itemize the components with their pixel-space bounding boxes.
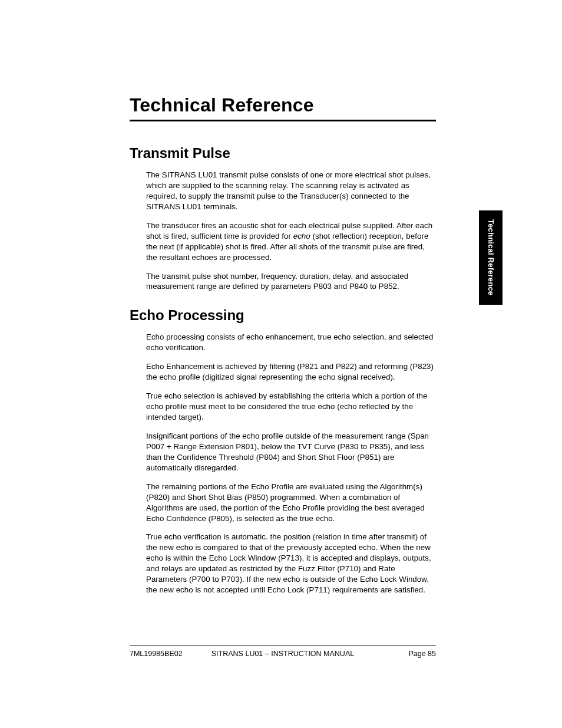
title-rule [130, 120, 436, 121]
paragraph: The transducer fires an acoustic shot fo… [146, 220, 436, 263]
content-area: Technical Reference Transmit Pulse The S… [130, 94, 436, 604]
paragraph: The transmit pulse shot number, frequenc… [146, 271, 436, 292]
paragraph: Echo Enhancement is achieved by filterin… [146, 361, 436, 383]
footer-doc-title: SITRANS LU01 – INSTRUCTION MANUAL [130, 650, 436, 658]
paragraph: True echo verification is automatic. the… [146, 532, 436, 595]
paragraph: Echo processing consists of echo enhance… [146, 332, 436, 353]
page: Technical Reference Transmit Pulse The S… [0, 0, 562, 728]
footer: 7ML19985BE02 SITRANS LU01 – INSTRUCTION … [130, 650, 436, 658]
paragraph: True echo selection is achieved by estab… [146, 391, 436, 423]
paragraph: Insignificant portions of the echo profi… [146, 431, 436, 473]
paragraph: The remaining portions of the Echo Profi… [146, 482, 436, 524]
section-title-echo-processing: Echo Processing [130, 307, 436, 324]
section-title-transmit-pulse: Transmit Pulse [130, 145, 436, 162]
paragraph: The SITRANS LU01 transmit pulse consists… [146, 170, 436, 212]
footer-rule [130, 645, 436, 645]
italic-term-echo: echo [293, 232, 310, 241]
chapter-title: Technical Reference [130, 94, 436, 116]
side-tab-technical-reference: Technical Reference [479, 210, 503, 305]
